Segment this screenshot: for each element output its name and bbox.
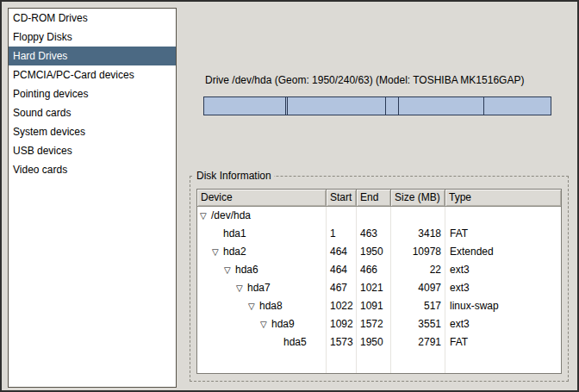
table-row[interactable]: ▽ hda9 1092 1572 3551 ext3 [197,315,561,333]
column-header-end[interactable]: End [357,190,391,207]
start-cell: 1 [327,225,357,243]
type-cell: FAT [445,225,561,243]
drive-title: Drive /dev/hda (Geom: 1950/240/63) (Mode… [205,74,524,86]
table-header: Device Start End Size (MB) Type [197,190,561,207]
end-cell: 1021 [357,279,391,297]
column-header-device[interactable]: Device [197,190,327,207]
type-cell: FAT [445,333,561,352]
start-cell: 464 [327,243,357,261]
sidebar-item-sound-cards[interactable]: Sound cards [9,103,176,122]
partition-segment-hda7[interactable] [287,97,385,115]
expander-icon[interactable]: ▽ [200,207,211,225]
hardware-browser-window: CD-ROM Drives Floppy Disks Hard Drives P… [0,0,579,392]
start-cell: 464 [327,261,357,279]
type-cell [445,207,561,225]
column-header-type[interactable]: Type [445,190,561,207]
start-cell: 1092 [327,315,357,333]
drive-partition-bar [203,96,551,115]
partition-table: Device Start End Size (MB) Type ▽ /dev/h… [196,189,562,374]
type-cell: linux-swap [445,297,561,315]
device-name: hda1 [223,225,246,243]
device-name: hda8 [259,297,283,315]
type-cell: ext3 [445,261,561,279]
expander-icon[interactable]: ▽ [236,279,247,297]
table-row[interactable]: hda5 1573 1950 2791 FAT [197,333,561,352]
column-header-start[interactable]: Start [327,190,357,207]
expander-icon[interactable]: ▽ [260,315,271,333]
disk-information-frame: Disk Information Device Start End Size (… [190,170,569,382]
sidebar-item-floppy-disks[interactable]: Floppy Disks [9,28,176,47]
end-cell: 1950 [357,333,391,352]
end-cell: 463 [357,225,391,243]
device-name: /dev/hda [211,207,251,225]
type-cell: ext3 [445,279,561,297]
type-cell: ext3 [445,315,561,333]
size-cell: 517 [391,297,445,315]
partition-segment-hda1[interactable] [204,97,285,115]
sidebar-item-pcmcia[interactable]: PCMCIA/PC-Card devices [9,65,176,84]
end-cell: 1091 [357,297,391,315]
size-cell: 3551 [391,315,445,333]
sidebar-item-usb-devices[interactable]: USB devices [9,141,176,160]
partition-segment-hda9[interactable] [398,97,483,115]
sidebar-item-hard-drives[interactable]: Hard Drives [9,47,176,65]
table-row[interactable]: ▽ /dev/hda [197,207,561,225]
expander-icon[interactable]: ▽ [248,297,259,315]
partition-segment-hda8[interactable] [385,97,398,115]
device-name: hda9 [271,315,295,333]
partition-segment-hda5[interactable] [483,97,551,115]
sidebar-item-cdrom-drives[interactable]: CD-ROM Drives [9,9,176,28]
column-header-size[interactable]: Size (MB) [391,190,445,207]
table-body: ▽ /dev/hda hda1 1 463 3418 [197,207,561,373]
expander-icon[interactable]: ▽ [224,261,235,279]
table-row[interactable]: hda1 1 463 3418 FAT [197,225,561,243]
table-row[interactable]: ▽ hda7 467 1021 4097 ext3 [197,279,561,297]
sidebar-item-pointing[interactable]: Pointing devices [9,84,176,103]
end-cell [357,207,391,225]
size-cell [391,207,445,225]
start-cell: 1022 [327,297,357,315]
table-row[interactable]: ▽ hda8 1022 1091 517 linux-swap [197,297,561,315]
start-cell: 467 [327,279,357,297]
size-cell: 22 [391,261,445,279]
end-cell: 1950 [357,243,391,261]
table-row[interactable]: ▽ hda6 464 466 22 ext3 [197,261,561,279]
expander-icon[interactable]: ▽ [212,243,223,261]
frame-label: Disk Information [194,170,274,182]
sidebar-item-system-devices[interactable]: System devices [9,122,176,141]
device-name: hda5 [283,333,307,352]
start-cell: 1573 [327,333,357,352]
end-cell: 466 [357,261,391,279]
type-cell: Extended [445,243,561,261]
device-category-list: CD-ROM Drives Floppy Disks Hard Drives P… [8,8,177,388]
device-name: hda2 [223,243,246,261]
device-name: hda7 [247,279,271,297]
table-row[interactable]: ▽ hda2 464 1950 10978 Extended [197,243,561,261]
start-cell [327,207,357,225]
size-cell: 3418 [391,225,445,243]
size-cell: 4097 [391,279,445,297]
size-cell: 2791 [391,333,445,352]
end-cell: 1572 [357,315,391,333]
device-name: hda6 [235,261,258,279]
size-cell: 10978 [391,243,445,261]
sidebar-item-video-cards[interactable]: Video cards [9,160,176,179]
